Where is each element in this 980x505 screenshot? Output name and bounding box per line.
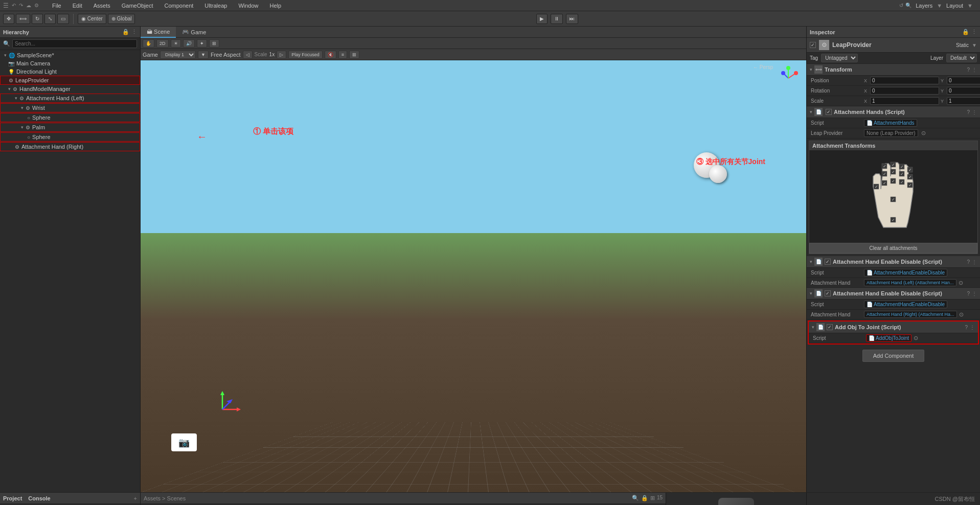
tab-scene[interactable]: 🏔 Scene <box>141 27 176 38</box>
scale-x-input[interactable] <box>870 97 939 105</box>
menu-window[interactable]: Window <box>236 2 260 10</box>
hierarchy-lock-icon[interactable]: 🔒 <box>122 29 129 35</box>
hierarchy-item-sphere-1[interactable]: ○ Sphere <box>0 113 140 122</box>
menu-assets[interactable]: Assets <box>92 2 112 10</box>
ed1-more-icon[interactable]: ⋮ <box>972 259 977 265</box>
menu-ultraleap[interactable]: Ultraleap <box>202 2 229 10</box>
enable-disable-1-header[interactable]: ▾ 📄 ✓ Attachment Hand Enable Disable (Sc… <box>807 256 980 268</box>
transform-help-icon[interactable]: ? <box>967 67 970 73</box>
transform-tool-btn[interactable]: ✥ <box>3 14 14 24</box>
add-obj-joint-header[interactable]: ▾ 📄 ✓ Add Obj To Joint (Script) ? ⋮ <box>809 322 978 333</box>
position-y-input[interactable] <box>947 77 980 84</box>
aoj-target-btn[interactable]: ⊙ <box>914 335 918 341</box>
scene-viewport[interactable]: ← Persp <box>141 60 806 492</box>
transform-header[interactable]: ▾ ⟺ Transform ? ⋮ <box>807 64 980 76</box>
enable-disable-1-checkbox[interactable]: ✓ <box>825 259 831 265</box>
hierarchy-item-attach-left[interactable]: ▾ ⚙ Attachment Hand (Left) <box>0 94 140 103</box>
aoj-help-icon[interactable]: ? <box>965 325 968 330</box>
scene-fx-btn[interactable]: ✦ <box>197 39 207 48</box>
add-component-btn[interactable]: Add Component <box>862 350 925 362</box>
attach-hands-header[interactable]: ▾ 📄 ✓ Attachment Hands (Script) ? ⋮ <box>807 106 980 118</box>
hierarchy-item-sphere-2[interactable]: ○ Sphere <box>0 132 140 142</box>
scale-down-btn[interactable]: ◁ <box>243 51 253 59</box>
hierarchy-more-icon[interactable]: ⋮ <box>131 29 137 35</box>
scene-light-btn[interactable]: ☀ <box>171 39 181 48</box>
layers-label[interactable]: Layers <box>914 2 935 10</box>
scale-y-input[interactable] <box>947 97 980 105</box>
script-value[interactable]: 📄 AttachmentHands <box>864 119 917 127</box>
attach-hands-checkbox[interactable]: ✓ <box>826 109 832 115</box>
global-btn[interactable]: ⊕ Global <box>108 14 135 24</box>
ed1-script-value[interactable]: 📄 AttachmentHandEnableDisable <box>864 269 947 277</box>
step-btn[interactable]: ⏭ <box>566 14 578 24</box>
display-select[interactable]: Display 1 <box>160 51 196 59</box>
hierarchy-item-attach-right[interactable]: ⚙ Attachment Hand (Right) <box>0 142 140 151</box>
mute-btn[interactable]: 🔇 <box>325 51 336 59</box>
pause-btn[interactable]: ⏸ <box>551 14 563 24</box>
move-tool-btn[interactable]: ⟺ <box>16 14 30 24</box>
layout-label[interactable]: Layout <box>944 2 965 10</box>
object-active-checkbox[interactable]: ✓ <box>810 42 816 48</box>
enable-disable-2-header[interactable]: ▾ 📄 ✓ Attachment Hand Enable Disable (Sc… <box>807 288 980 300</box>
tab-game[interactable]: 🎮 Game <box>176 27 212 38</box>
hierarchy-search-input[interactable] <box>12 39 137 48</box>
transform-more-icon[interactable]: ⋮ <box>972 67 977 73</box>
project-title[interactable]: Project <box>3 495 22 501</box>
hierarchy-item-wrist[interactable]: ▾ ⚙ Wrist <box>0 103 140 112</box>
scene-hand-btn[interactable]: ✋ <box>143 39 154 48</box>
layer-select[interactable]: Default <box>946 54 977 62</box>
clear-attachments-btn[interactable]: Clear all attachments <box>809 243 977 254</box>
scale-up-btn[interactable]: ▷ <box>277 51 286 59</box>
rotate-tool-btn[interactable]: ↻ <box>32 14 43 24</box>
attach-hands-help-icon[interactable]: ? <box>967 109 970 115</box>
hierarchy-item-main-camera[interactable]: 📷 Main Camera <box>0 59 140 67</box>
scene-gizmos-btn[interactable]: ⊞ <box>209 39 219 48</box>
ed2-target-btn[interactable]: ⊙ <box>959 311 964 318</box>
scale-tool-btn[interactable]: ⤡ <box>44 14 56 24</box>
enable-disable-2-checkbox[interactable]: ✓ <box>825 290 831 296</box>
inspector-more-icon[interactable]: ⋮ <box>971 29 977 35</box>
console-more-icon[interactable]: ⊞ <box>650 495 655 501</box>
scene-audio-btn[interactable]: 🔊 <box>183 39 195 48</box>
console-lock-icon[interactable]: 🔒 <box>641 495 648 501</box>
position-x-input[interactable] <box>870 77 939 84</box>
leap-target-btn[interactable]: ⊙ <box>921 130 926 136</box>
hierarchy-item-handmodel-manager[interactable]: ▾ ⚙ HandModelManager <box>0 85 140 93</box>
menu-edit[interactable]: Edit <box>71 2 84 10</box>
inspector-lock-icon[interactable]: 🔒 <box>962 29 969 35</box>
rect-tool-btn[interactable]: ▭ <box>57 14 69 24</box>
tag-select[interactable]: Untagged <box>821 54 858 62</box>
gizmos-btn2[interactable]: ⊞ <box>349 51 359 59</box>
menu-gameobject[interactable]: GameObject <box>120 2 155 10</box>
ed1-attach-value[interactable]: Attachment Hand (Left) (Attachment Han..… <box>864 279 956 286</box>
ed2-more-icon[interactable]: ⋮ <box>972 291 977 296</box>
add-obj-joint-checkbox[interactable]: ✓ <box>827 324 833 330</box>
menu-help[interactable]: Help <box>268 2 284 10</box>
project-add-icon[interactable]: + <box>134 495 137 501</box>
scene-2d-btn[interactable]: 2D <box>156 39 169 48</box>
ed1-help-icon[interactable]: ? <box>967 259 970 265</box>
ed2-script-value[interactable]: 📄 AttachmentHandEnableDisable <box>864 301 947 308</box>
aoj-more-icon[interactable]: ⋮ <box>970 325 975 330</box>
leap-provider-value[interactable]: None (Leap Provider) <box>864 129 918 137</box>
ed1-target-btn[interactable]: ⊙ <box>959 280 963 286</box>
console-title[interactable]: Console <box>28 495 50 501</box>
hierarchy-item-leap-provider[interactable]: ⚙ LeapProvider <box>0 76 140 85</box>
pivot-btn[interactable]: ◉ Center <box>78 14 106 24</box>
aspect-btn[interactable]: ▼ <box>198 51 209 59</box>
rotation-x-input[interactable] <box>870 87 939 95</box>
attach-hands-more-icon[interactable]: ⋮ <box>972 109 977 115</box>
ed2-help-icon[interactable]: ? <box>967 291 970 296</box>
menu-component[interactable]: Component <box>162 2 195 10</box>
aoj-script-value[interactable]: 📄 AddObjToJoint <box>866 334 911 342</box>
hierarchy-item-palm[interactable]: ▾ ⚙ Palm <box>0 123 140 132</box>
hierarchy-item-scene[interactable]: ▾ 🌐 SampleScene* <box>0 51 140 59</box>
ed2-attach-value[interactable]: Attachment Hand (Right) (Attachment Ha..… <box>864 311 957 318</box>
menu-file[interactable]: File <box>50 2 63 10</box>
rotation-y-input[interactable] <box>947 87 980 95</box>
play-btn[interactable]: ▶ <box>536 14 548 24</box>
hierarchy-item-dir-light[interactable]: 💡 Directional Light <box>0 67 140 76</box>
console-search-icon[interactable]: 🔍 <box>632 495 639 501</box>
play-focused-btn[interactable]: Play Focused <box>288 51 323 59</box>
stats-btn[interactable]: ≡ <box>338 51 347 59</box>
